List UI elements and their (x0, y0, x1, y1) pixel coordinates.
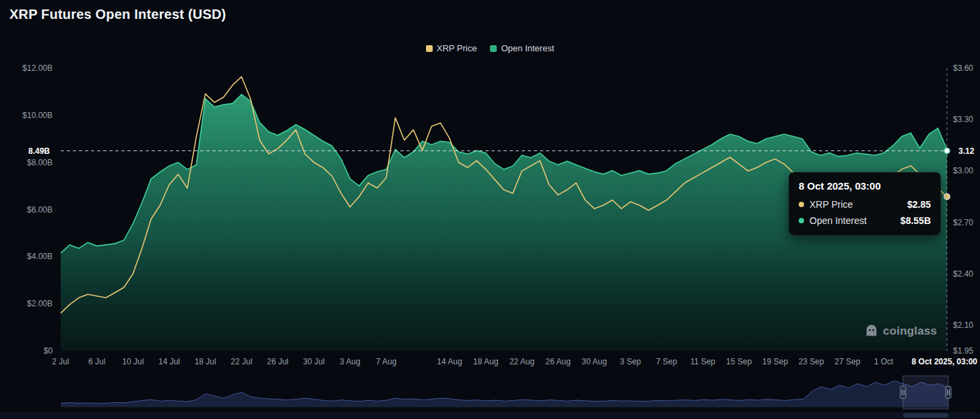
y-axis-label: $1.95 (953, 346, 973, 356)
y-axis-label: $10.00B (22, 111, 53, 120)
y-axis-label: $3.00 (953, 166, 973, 175)
tooltip-oi-label: Open Interest (809, 215, 892, 226)
coinglass-wordmark: coinglass (883, 325, 937, 338)
tooltip: 8 Oct 2025, 03:00 XRP Price $2.85 Open I… (789, 172, 941, 235)
navigator-selection[interactable] (903, 376, 948, 409)
price-dot-icon (799, 202, 804, 207)
x-axis-label: 1 Oct (853, 357, 914, 366)
y-axis-label: $2.00B (27, 299, 53, 308)
tooltip-price-label: XRP Price (809, 199, 899, 210)
scrollbar-track[interactable] (0, 412, 980, 418)
y-axis-label: $3.60 (953, 63, 973, 73)
y-axis-label: $2.40 (953, 269, 973, 279)
navigator-handle-left[interactable] (900, 387, 906, 399)
y-axis-label: $2.70 (953, 218, 973, 227)
chart-panel: XRP Futures Open Interest (USD) XRP Pric… (0, 0, 980, 419)
tooltip-row-price: XRP Price $2.85 (799, 199, 931, 210)
tooltip-price-value: $2.85 (907, 199, 931, 210)
latest-price-badge: 3.12 (956, 146, 977, 157)
y-axis-label: $2.10 (953, 320, 973, 330)
y-axis-label: $6.00B (27, 205, 53, 215)
navigator-area (61, 381, 948, 407)
y-axis-label: $12.00B (22, 63, 53, 73)
scrollbar-thumb[interactable] (903, 413, 948, 418)
y-axis-label: $3.30 (953, 115, 973, 124)
y-axis-label: $8.00B (27, 158, 53, 167)
y-axis-label: $0 (44, 346, 53, 356)
navigator-handle-right[interactable] (946, 387, 951, 399)
open-interest-dot-icon (799, 218, 804, 223)
latest-oi-badge: 8.49B (26, 146, 53, 157)
tooltip-oi-value: $8.55B (900, 215, 931, 226)
coinglass-logo-icon (864, 324, 879, 339)
tooltip-row-open-interest: Open Interest $8.55B (799, 215, 931, 226)
coinglass-watermark: coinglass (864, 324, 937, 339)
x-axis-label: 8 Oct 2025, 03:00 (912, 357, 977, 366)
y-axis-label: $4.00B (27, 252, 53, 261)
x-axis-label: 7 Aug (356, 357, 417, 366)
tooltip-date: 8 Oct 2025, 03:00 (799, 180, 931, 192)
